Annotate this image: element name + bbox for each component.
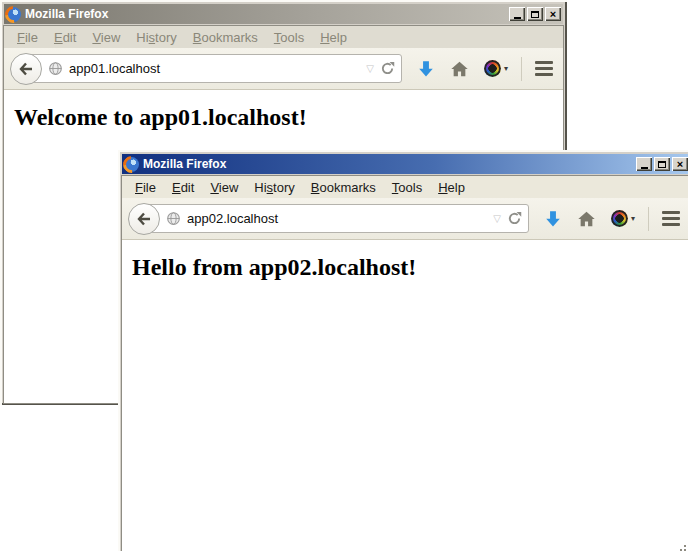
download-button[interactable] bbox=[417, 59, 435, 78]
color-wheel-icon bbox=[484, 60, 501, 77]
back-arrow-icon bbox=[18, 61, 34, 77]
firefox-window-app02[interactable]: Mozilla Firefox × File Edit View History… bbox=[118, 150, 688, 551]
chevron-down-icon: ▾ bbox=[504, 64, 508, 73]
home-icon bbox=[577, 210, 596, 228]
page-content: Hello from app02.localhost! bbox=[122, 240, 688, 551]
download-button[interactable] bbox=[544, 209, 562, 228]
menu-bookmarks[interactable]: Bookmarks bbox=[303, 180, 384, 195]
url-bar[interactable]: app02.localhost ▽ bbox=[143, 204, 529, 233]
reload-icon[interactable] bbox=[507, 211, 522, 226]
addon-button[interactable]: ▾ bbox=[484, 60, 508, 77]
url-bar[interactable]: app01.localhost ▽ bbox=[25, 54, 402, 83]
hamburger-icon bbox=[535, 61, 553, 64]
menu-file[interactable]: File bbox=[9, 30, 46, 45]
menu-bookmarks[interactable]: Bookmarks bbox=[185, 30, 266, 45]
url-text[interactable]: app01.localhost bbox=[69, 61, 360, 76]
minimize-icon bbox=[514, 17, 521, 19]
titlebar[interactable]: Mozilla Firefox × bbox=[122, 154, 688, 174]
navigation-toolbar: app01.localhost ▽ ▾ bbox=[4, 48, 563, 90]
menu-view[interactable]: View bbox=[84, 30, 128, 45]
site-globe-icon[interactable] bbox=[166, 211, 181, 226]
resize-grip[interactable] bbox=[680, 541, 688, 551]
menu-hamburger-button[interactable] bbox=[662, 211, 680, 226]
firefox-logo-icon bbox=[124, 157, 139, 172]
window-controls: × bbox=[634, 157, 688, 171]
home-button[interactable] bbox=[450, 60, 469, 78]
urlbar-dropdown-icon[interactable]: ▽ bbox=[366, 63, 374, 74]
menu-bar: File Edit View History Bookmarks Tools H… bbox=[4, 26, 563, 48]
back-arrow-icon bbox=[136, 211, 152, 227]
back-button[interactable] bbox=[10, 53, 42, 85]
menu-bar: File Edit View History Bookmarks Tools H… bbox=[122, 176, 688, 198]
menu-edit[interactable]: Edit bbox=[46, 30, 84, 45]
menu-tools[interactable]: Tools bbox=[384, 180, 430, 195]
minimize-button[interactable] bbox=[509, 7, 525, 21]
addon-button[interactable]: ▾ bbox=[611, 210, 635, 227]
menu-hamburger-button[interactable] bbox=[535, 61, 553, 76]
site-globe-icon[interactable] bbox=[48, 61, 63, 76]
window-title: Mozilla Firefox bbox=[25, 7, 503, 21]
maximize-button[interactable] bbox=[654, 157, 670, 171]
menu-view[interactable]: View bbox=[202, 180, 246, 195]
reload-icon[interactable] bbox=[380, 61, 395, 76]
menu-history[interactable]: History bbox=[246, 180, 302, 195]
download-arrow-icon bbox=[417, 59, 435, 78]
navigation-toolbar: app02.localhost ▽ ▾ bbox=[122, 198, 688, 240]
page-heading: Hello from app02.localhost! bbox=[132, 254, 688, 281]
firefox-logo-icon bbox=[6, 7, 21, 22]
download-arrow-icon bbox=[544, 209, 562, 228]
titlebar[interactable]: Mozilla Firefox × bbox=[4, 4, 563, 24]
color-wheel-icon bbox=[611, 210, 628, 227]
close-button[interactable]: × bbox=[672, 157, 688, 171]
url-text[interactable]: app02.localhost bbox=[187, 211, 487, 226]
maximize-icon bbox=[658, 161, 666, 168]
home-button[interactable] bbox=[577, 210, 596, 228]
menu-file[interactable]: File bbox=[127, 180, 164, 195]
hamburger-icon bbox=[662, 211, 680, 214]
close-button[interactable]: × bbox=[545, 7, 561, 21]
menu-help[interactable]: Help bbox=[430, 180, 473, 195]
window-title: Mozilla Firefox bbox=[143, 157, 630, 171]
menu-edit[interactable]: Edit bbox=[164, 180, 202, 195]
maximize-icon bbox=[531, 11, 539, 18]
home-icon bbox=[450, 60, 469, 78]
page-heading: Welcome to app01.localhost! bbox=[14, 104, 563, 131]
maximize-button[interactable] bbox=[527, 7, 543, 21]
toolbar-separator bbox=[521, 57, 522, 81]
back-button[interactable] bbox=[128, 203, 160, 235]
minimize-button[interactable] bbox=[636, 157, 652, 171]
chevron-down-icon: ▾ bbox=[631, 214, 635, 223]
window-controls: × bbox=[507, 7, 561, 21]
menu-tools[interactable]: Tools bbox=[266, 30, 312, 45]
urlbar-dropdown-icon[interactable]: ▽ bbox=[493, 213, 501, 224]
toolbar-separator bbox=[648, 207, 649, 231]
menu-help[interactable]: Help bbox=[312, 30, 355, 45]
browser-client-area: File Edit View History Bookmarks Tools H… bbox=[121, 175, 688, 551]
menu-history[interactable]: History bbox=[128, 30, 184, 45]
minimize-icon bbox=[641, 167, 648, 169]
